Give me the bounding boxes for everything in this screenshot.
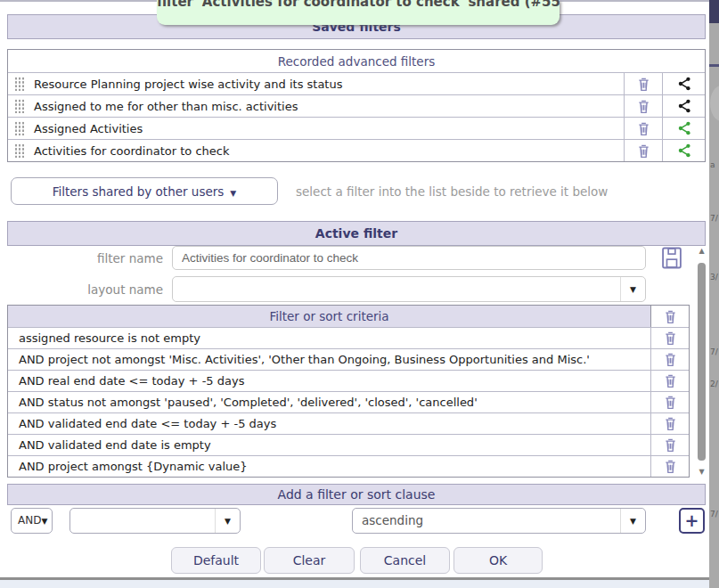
background-header-block	[709, 0, 719, 23]
chevron-down-icon[interactable]: ▼	[620, 277, 645, 301]
add-clause-button[interactable]: +	[679, 508, 705, 534]
share-filter-icon[interactable]	[662, 73, 705, 94]
delete-criterion-button[interactable]	[650, 435, 689, 455]
background-text-fragment: 3/	[710, 273, 718, 282]
criteria-table: Filter or sort criteria assigned resourc…	[7, 305, 690, 478]
saved-filter-row[interactable]: Assigned to me for other than misc. acti…	[8, 94, 705, 117]
delete-criterion-button[interactable]	[650, 413, 689, 434]
saved-filter-label[interactable]: Assigned to me for other than misc. acti…	[25, 95, 624, 117]
chevron-down-icon[interactable]: ▼	[215, 509, 240, 533]
delete-criterion-button[interactable]	[650, 371, 689, 391]
criteria-text[interactable]: AND project amongst {Dynamic value}	[8, 456, 650, 477]
saved-filter-label[interactable]: Resource Planning project wise activity …	[25, 73, 624, 94]
saved-filter-label[interactable]: Activities for coordinator to check	[25, 140, 624, 161]
delete-criterion-button[interactable]	[650, 392, 689, 412]
page-background	[0, 580, 709, 588]
share-filter-icon[interactable]	[662, 140, 705, 161]
delete-filter-button[interactable]	[624, 73, 662, 94]
saved-filter-row[interactable]: Resource Planning project wise activity …	[8, 72, 705, 94]
share-filter-icon[interactable]	[662, 95, 705, 117]
saved-filter-label[interactable]: Assigned Activities	[25, 118, 624, 139]
add-clause-header: Add a filter or sort clause	[7, 484, 706, 505]
background-text-fragment: 7/	[710, 347, 718, 356]
add-clause-title: Add a filter or sort clause	[278, 487, 436, 502]
background-text-fragment: 7/	[710, 214, 718, 223]
delete-all-criteria-button[interactable]	[650, 306, 689, 327]
criteria-row[interactable]: assigned resource is not empty	[8, 327, 689, 348]
recorded-filters-table-header: Recorded advanced filters	[8, 50, 705, 72]
criteria-text[interactable]: AND validated end date is empty	[8, 435, 650, 455]
clause-direction-value: ascending	[362, 513, 423, 527]
criteria-text[interactable]: assigned resource is not empty	[8, 328, 650, 348]
delete-criterion-button[interactable]	[650, 328, 689, 348]
shared-filter-hint-text: select a filter into the list beside to …	[296, 184, 608, 199]
layout-name-label: layout name	[0, 282, 163, 297]
criteria-text[interactable]: AND status not amongst 'paused', 'Comple…	[8, 392, 650, 412]
criteria-row[interactable]: AND project not amongst 'Misc. Activitie…	[8, 348, 689, 370]
filters-shared-by-others-dropdown[interactable]: Filters shared by other users▼	[11, 177, 278, 205]
clear-button[interactable]: Clear	[264, 547, 355, 574]
ok-button[interactable]: OK	[453, 547, 543, 574]
active-filter-title: Active filter	[315, 226, 397, 241]
share-confirmation-toast: filter 'Activities for coordinator to ch…	[157, 0, 560, 25]
active-filter-header: Active filter	[7, 221, 706, 246]
chevron-down-icon[interactable]: ▼	[620, 509, 645, 533]
criteria-header-title: Filter or sort criteria	[8, 306, 650, 327]
background-text-fragment: a	[710, 160, 715, 169]
default-button[interactable]: Default	[171, 547, 261, 574]
recorded-filters-table: Recorded advanced filters Resource Plann…	[7, 49, 706, 162]
drag-handle-icon[interactable]	[14, 143, 25, 158]
scroll-down-arrow-icon[interactable]: ▼	[696, 468, 707, 477]
criteria-text[interactable]: AND project not amongst 'Misc. Activitie…	[8, 349, 650, 370]
criteria-row[interactable]: AND validated end date is empty	[8, 434, 689, 455]
scrollbar-thumb[interactable]	[698, 263, 706, 461]
clause-direction-select[interactable]: ascending ▼	[352, 508, 646, 534]
saved-filter-row[interactable]: Activities for coordinator to check	[8, 139, 705, 161]
scroll-up-arrow-icon[interactable]: ▲	[696, 247, 707, 256]
criteria-table-header: Filter or sort criteria	[8, 306, 689, 327]
delete-criterion-button[interactable]	[650, 349, 689, 370]
criteria-text[interactable]: AND validated end date <= today + -5 day…	[8, 413, 650, 434]
cancel-button[interactable]: Cancel	[360, 547, 450, 574]
criteria-row[interactable]: AND project amongst {Dynamic value}	[8, 455, 689, 477]
background-text-fragment: 7/	[710, 510, 718, 519]
chevron-down-icon: ▼	[230, 189, 236, 198]
delete-criterion-button[interactable]	[650, 456, 689, 477]
background-text-fragment: 2/	[710, 380, 718, 388]
filter-dialog: filter 'Activities for coordinator to ch…	[0, 0, 719, 588]
delete-filter-button[interactable]	[624, 118, 662, 139]
drag-handle-icon[interactable]	[14, 121, 25, 135]
criteria-row[interactable]: AND status not amongst 'paused', 'Comple…	[8, 391, 689, 412]
criteria-row[interactable]: AND real end date <= today + -5 days	[8, 370, 689, 391]
delete-filter-button[interactable]	[624, 95, 662, 117]
criteria-row[interactable]: AND validated end date <= today + -5 day…	[8, 412, 689, 434]
drag-handle-icon[interactable]	[14, 99, 25, 113]
filters-shared-by-others-label: Filters shared by other users	[53, 184, 225, 199]
background-divider	[709, 64, 719, 67]
active-filter-scrollbar[interactable]: ▲ ▼	[696, 247, 707, 477]
background-shape	[710, 86, 719, 121]
share-filter-icon[interactable]	[662, 118, 705, 139]
criteria-text[interactable]: AND real end date <= today + -5 days	[8, 371, 650, 391]
layout-name-combobox[interactable]: ▼	[172, 276, 646, 302]
recorded-filters-table-title: Recorded advanced filters	[278, 54, 436, 69]
delete-filter-button[interactable]	[624, 140, 662, 161]
toast-message: filter 'Activities for coordinator to ch…	[157, 0, 560, 10]
filter-name-label: filter name	[0, 251, 163, 265]
save-filter-icon[interactable]	[662, 245, 683, 270]
drag-handle-icon[interactable]	[14, 77, 25, 91]
clause-field-select[interactable]: ▼	[69, 508, 241, 534]
filter-name-input[interactable]	[172, 246, 646, 270]
chevron-down-icon[interactable]: ▼	[37, 509, 52, 533]
background-page-strip: a 7/ 3/ 7/ 2/ 7/	[709, 0, 719, 588]
clause-operator-select[interactable]: AND ▼	[11, 508, 53, 534]
saved-filter-row[interactable]: Assigned Activities	[8, 117, 705, 139]
